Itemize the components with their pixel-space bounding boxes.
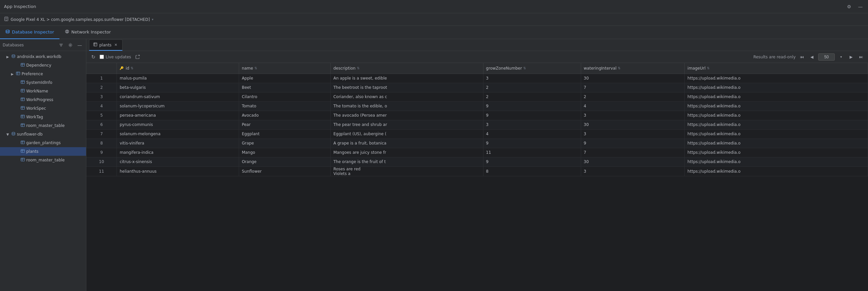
cell-growzone: 4	[483, 129, 581, 139]
svg-point-10	[70, 44, 71, 46]
svg-rect-30	[21, 115, 25, 118]
device-bar: Google Pixel 4 XL > com.google.samples.a…	[0, 13, 868, 26]
table-row[interactable]: 10 citrus-x-sinensis Orange The orange i…	[86, 157, 868, 167]
svg-rect-1	[6, 20, 7, 21]
table-row[interactable]: 5 persea-americana Avocado The avocado (…	[86, 111, 868, 120]
table-row[interactable]: 8 vitis-vinifera Grape A grape is a frui…	[86, 139, 868, 148]
tree-item-sunflower-db[interactable]: ▼ sunflower-db	[0, 130, 86, 139]
device-label: Google Pixel 4 XL > com.google.samples.a…	[11, 17, 150, 22]
plants-tab-label: plants	[99, 43, 112, 47]
collapse-icon[interactable]: —	[76, 41, 83, 49]
svg-rect-21	[21, 89, 25, 92]
tree-item-workdb-room-master[interactable]: room_master_table	[0, 121, 86, 130]
minimize-icon[interactable]: —	[857, 3, 864, 10]
imageurl-sort-icon[interactable]: ⇅	[707, 66, 710, 70]
workdb-icon	[11, 54, 16, 59]
pagination-last[interactable]: ⏭	[857, 53, 865, 61]
col-watering-label: wateringInterval	[584, 66, 617, 71]
sunflowerdb-icon	[11, 132, 16, 137]
tree-item-plants[interactable]: plants	[0, 147, 86, 156]
device-dropdown-icon[interactable]: ▾	[152, 17, 153, 21]
cell-id: malus-pumila	[117, 74, 239, 83]
cell-growzone: 3	[483, 120, 581, 129]
tree-item-preference[interactable]: ▶ Preference	[0, 70, 86, 78]
col-name[interactable]: name ⇅	[239, 63, 331, 74]
plants-tab[interactable]: plants ✕	[89, 39, 123, 51]
table-row[interactable]: 3 coriandrum-sativum Cilantro Coriander,…	[86, 92, 868, 101]
workname-table-icon	[21, 88, 25, 94]
title-bar-right: ⚙ —	[845, 3, 864, 10]
plants-label: plants	[26, 149, 38, 154]
col-watering[interactable]: wateringInterval ⇅	[581, 63, 685, 74]
table-row[interactable]: 7 solanum-melongena Eggplant Eggplant (U…	[86, 129, 868, 139]
table-row[interactable]: 9 mangifera-indica Mango Mangoes are jui…	[86, 148, 868, 157]
live-updates-checkbox[interactable]	[100, 55, 104, 59]
cell-id: persea-americana	[117, 111, 239, 120]
refresh-icon[interactable]: ↻	[90, 53, 97, 61]
filter-icon[interactable]	[57, 41, 65, 49]
export-icon[interactable]	[134, 53, 141, 61]
main-layout: Databases — ▶	[0, 39, 868, 291]
tree-item-workprogress[interactable]: WorkProgress	[0, 96, 86, 104]
cell-growzone: 9	[483, 157, 581, 167]
pagination-dropdown[interactable]: ▾	[837, 53, 845, 61]
tree-item-workdb[interactable]: ▶ androidx.work.workdb	[0, 52, 86, 61]
sunflowerdb-label: sunflower-db	[17, 132, 42, 137]
tree-item-sunflower-room-master[interactable]: room_master_table	[0, 156, 86, 165]
tree-item-systemidinfo[interactable]: SystemIdInfo	[0, 78, 86, 87]
col-name-label: name	[242, 66, 253, 71]
cell-growzone: 11	[483, 148, 581, 157]
watering-sort-icon[interactable]: ⇅	[618, 66, 621, 70]
garden-table-icon	[21, 140, 25, 145]
col-imageurl-label: imageUrl	[687, 66, 705, 71]
cell-name: Cilantro	[239, 92, 331, 101]
tab-database-inspector[interactable]: Database Inspector	[0, 26, 59, 39]
pagination-first[interactable]: ⏮	[798, 53, 806, 61]
table-row[interactable]: 1 malus-pumila Apple An apple is a sweet…	[86, 74, 868, 83]
name-sort-icon[interactable]: ⇅	[254, 66, 257, 70]
cell-id: solanum-melongena	[117, 129, 239, 139]
id-sort-icon[interactable]: ⇅	[130, 66, 133, 70]
table-row[interactable]: 11 helianthus-annuus Sunflower Roses are…	[86, 167, 868, 176]
table-row[interactable]: 2 beta-vulgaris Beet The beetroot is the…	[86, 83, 868, 92]
inspector-tabs: Database Inspector Network Inspector	[0, 26, 868, 39]
tree-item-garden-plantings[interactable]: garden_plantings	[0, 139, 86, 147]
col-description[interactable]: description ⇅	[331, 63, 483, 74]
cell-watering: 2	[581, 92, 685, 101]
col-description-label: description	[333, 66, 355, 71]
tree-item-dependency[interactable]: Dependency	[0, 61, 86, 70]
col-growzone[interactable]: growZoneNumber ⇅	[483, 63, 581, 74]
plants-tab-close[interactable]: ✕	[114, 43, 118, 47]
col-imageurl[interactable]: imageUrl ⇅	[685, 63, 868, 74]
settings-icon[interactable]: ⚙	[845, 3, 853, 10]
svg-rect-12	[21, 63, 25, 66]
cell-imageurl: https://upload.wikimedia.o	[685, 120, 868, 129]
title-bar-left: App Inspection	[4, 4, 36, 9]
cell-watering: 30	[581, 157, 685, 167]
tree-item-workname[interactable]: WorkName	[0, 87, 86, 96]
cell-watering: 3	[581, 111, 685, 120]
col-id[interactable]: 🔑 id ⇅	[117, 63, 239, 74]
pagination-input[interactable]	[818, 53, 835, 61]
sidebar-settings-icon[interactable]	[67, 41, 74, 49]
table-row[interactable]: 4 solanum-lycopersicum Tomato The tomato…	[86, 101, 868, 111]
cell-description: The beetroot is the taproot	[331, 83, 483, 92]
cell-imageurl: https://upload.wikimedia.o	[685, 74, 868, 83]
description-sort-icon[interactable]: ⇅	[357, 66, 360, 70]
cell-growzone: 8	[483, 167, 581, 176]
tree-item-worktag[interactable]: WorkTag	[0, 113, 86, 121]
cell-watering: 30	[581, 74, 685, 83]
plants-table-icon	[21, 149, 25, 154]
sidebar-tree: ▶ androidx.work.workdb	[0, 51, 86, 291]
growzone-sort-icon[interactable]: ⇅	[523, 66, 526, 70]
table-row[interactable]: 6 pyrus-communis Pear The pear tree and …	[86, 120, 868, 129]
dependency-table-icon	[21, 63, 25, 68]
live-updates-label[interactable]: Live updates	[100, 55, 131, 59]
cell-imageurl: https://upload.wikimedia.o	[685, 167, 868, 176]
tab-network-inspector[interactable]: Network Inspector	[59, 26, 116, 39]
pagination-next[interactable]: ▶	[847, 53, 855, 61]
pagination-prev[interactable]: ◀	[808, 53, 815, 61]
cell-rownum: 7	[86, 129, 117, 139]
svg-rect-24	[21, 98, 25, 101]
tree-item-workspec[interactable]: WorkSpec	[0, 104, 86, 113]
